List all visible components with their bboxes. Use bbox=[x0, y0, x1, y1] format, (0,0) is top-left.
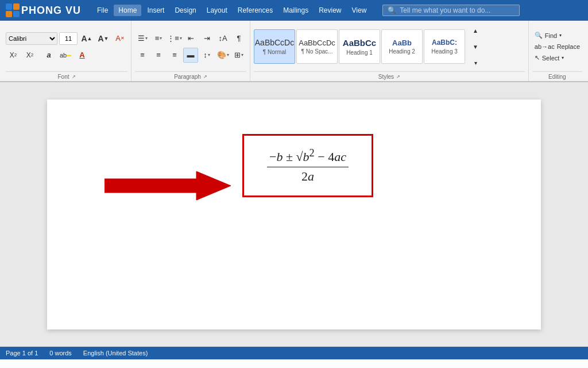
paragraph-section-label: Paragraph ↗ bbox=[135, 71, 246, 80]
font-grow-btn[interactable]: A▲ bbox=[79, 31, 94, 46]
find-btn[interactable]: 🔍 Find ▾ bbox=[532, 30, 564, 40]
align-right-btn[interactable]: ≡ bbox=[167, 48, 182, 63]
borders-btn[interactable]: ⊞▾ bbox=[231, 48, 246, 63]
increase-indent-btn[interactable]: ⇥ bbox=[199, 31, 214, 46]
titlebar-menu: File Home Insert Design Layout Reference… bbox=[92, 5, 371, 16]
find-dropdown[interactable]: ▾ bbox=[559, 33, 562, 38]
style-normal[interactable]: AaBbCcDc ¶ Normal bbox=[254, 29, 295, 64]
styles-scroll-up[interactable]: ▲ bbox=[468, 23, 483, 38]
style-heading1[interactable]: AaBbCc Heading 1 bbox=[339, 29, 380, 64]
editing-section-content: 🔍 Find ▾ ab→ac Replace ↖ Select ▾ bbox=[532, 23, 582, 70]
paragraph-label: Paragraph bbox=[174, 74, 201, 80]
styles-expand-icon[interactable]: ↗ bbox=[396, 74, 400, 79]
font-section-content: Calibri A▲ A▼ A✕ X2 X2 a ab▬ A bbox=[6, 23, 127, 70]
paragraph-section-content: ☰▾ ≡▾ ⋮≡▾ ⇤ ⇥ ↕A ¶ ≡ ≡ ≡ ▬ ↕▾ 🎨▾ ⊞▾ bbox=[135, 23, 246, 70]
superscript-btn[interactable]: X2 bbox=[6, 48, 21, 63]
select-icon: ↖ bbox=[535, 54, 540, 62]
align-justify-btn[interactable]: ▬ bbox=[183, 48, 198, 63]
formula-numerator: −b ± √b2 − 4ac bbox=[267, 147, 349, 167]
shading-btn[interactable]: 🎨▾ bbox=[215, 48, 230, 63]
style-heading2[interactable]: AaBb Heading 2 bbox=[381, 29, 423, 64]
bullets-btn[interactable]: ☰▾ bbox=[135, 31, 150, 46]
styles-section: AaBbCcDc ¶ Normal AaBbCcDc ¶ No Spac... … bbox=[250, 21, 529, 81]
styles-scroll: AaBbCcDc ¶ Normal AaBbCcDc ¶ No Spac... … bbox=[254, 29, 465, 64]
formula-box: −b ± √b2 − 4ac 2a bbox=[242, 134, 373, 197]
styles-scroll-down[interactable]: ▼ bbox=[468, 39, 483, 54]
select-btn[interactable]: ↖ Select ▾ bbox=[532, 53, 567, 63]
logo-sq-1 bbox=[6, 3, 12, 10]
editing-section: 🔍 Find ▾ ab→ac Replace ↖ Select ▾ Editin… bbox=[529, 21, 586, 81]
formula: −b ± √b2 − 4ac 2a bbox=[267, 147, 349, 184]
styles-section-label: Styles ↗ bbox=[254, 71, 525, 80]
select-label: Select bbox=[542, 55, 560, 62]
search-icon2: 🔍 bbox=[535, 32, 543, 39]
editing-section-label: Editing bbox=[532, 71, 582, 80]
fraction: −b ± √b2 − 4ac 2a bbox=[267, 147, 349, 184]
menu-view[interactable]: View bbox=[347, 5, 372, 16]
highlight-btn[interactable]: ab▬ bbox=[58, 48, 73, 63]
font-section-label: Font ↗ bbox=[6, 71, 127, 80]
titlebar: PHONG VU File Home Insert Design Layout … bbox=[0, 0, 588, 21]
statusbar: Page 1 of 1 0 words English (United Stat… bbox=[0, 347, 588, 359]
menu-design[interactable]: Design bbox=[170, 5, 200, 16]
editing-label: Editing bbox=[548, 74, 566, 80]
find-label: Find bbox=[545, 32, 557, 39]
clear-format-btn[interactable]: A✕ bbox=[113, 31, 127, 46]
font-color-A-btn[interactable]: a bbox=[41, 48, 56, 63]
font-section: Calibri A▲ A▼ A✕ X2 X2 a ab▬ A Font bbox=[2, 21, 131, 81]
style-nospace-preview: AaBbCcDc bbox=[299, 39, 335, 48]
font-size-input[interactable] bbox=[59, 32, 78, 45]
replace-icon: ab→ac bbox=[535, 43, 555, 50]
logo-sq-2 bbox=[13, 3, 20, 10]
decrease-indent-btn[interactable]: ⇤ bbox=[183, 31, 198, 46]
numbering-btn[interactable]: ≡▾ bbox=[151, 31, 166, 46]
font-color-btn[interactable]: A bbox=[75, 48, 90, 63]
menu-review[interactable]: Review bbox=[314, 5, 346, 16]
styles-more-btn[interactable]: ▾ bbox=[468, 55, 483, 70]
search-icon: 🔍 bbox=[388, 6, 396, 14]
style-normal-preview: AaBbCcDc bbox=[255, 38, 294, 48]
menu-file[interactable]: File bbox=[92, 5, 113, 16]
formula-container: −b ± √b2 − 4ac 2a bbox=[242, 134, 373, 197]
search-input[interactable] bbox=[400, 6, 514, 14]
style-nospace[interactable]: AaBbCcDc ¶ No Spac... bbox=[296, 29, 338, 64]
logo-sq-4 bbox=[13, 11, 20, 17]
style-heading3[interactable]: AaBbC: Heading 3 bbox=[424, 29, 465, 64]
arrow-container bbox=[105, 168, 231, 205]
word-count: 0 words bbox=[49, 350, 72, 356]
style-h1-name: Heading 1 bbox=[346, 49, 373, 56]
style-h1-preview: AaBbCc bbox=[343, 38, 376, 48]
select-dropdown[interactable]: ▾ bbox=[562, 55, 564, 60]
menu-home[interactable]: Home bbox=[114, 5, 141, 16]
font-label: Font bbox=[57, 74, 69, 80]
font-name-select[interactable]: Calibri bbox=[6, 32, 57, 45]
logo-text: PHONG VU bbox=[21, 5, 81, 17]
style-h3-preview: AaBbC: bbox=[432, 39, 457, 47]
paragraph-expand-icon[interactable]: ↗ bbox=[203, 74, 207, 79]
multilevel-btn[interactable]: ⋮≡▾ bbox=[167, 31, 182, 46]
menu-mailings[interactable]: Mailings bbox=[278, 5, 313, 16]
subscript-btn[interactable]: X2 bbox=[22, 48, 37, 63]
styles-section-content: AaBbCcDc ¶ Normal AaBbCcDc ¶ No Spac... … bbox=[254, 23, 525, 70]
align-center-btn[interactable]: ≡ bbox=[151, 48, 166, 63]
sort-btn[interactable]: ↕A bbox=[215, 31, 230, 46]
menu-layout[interactable]: Layout bbox=[202, 5, 232, 16]
svg-marker-0 bbox=[105, 171, 231, 200]
font-expand-icon[interactable]: ↗ bbox=[72, 74, 76, 79]
menu-insert[interactable]: Insert bbox=[142, 5, 169, 16]
styles-label: Styles bbox=[378, 74, 394, 80]
replace-btn[interactable]: ab→ac Replace bbox=[532, 42, 582, 51]
red-arrow bbox=[105, 168, 231, 203]
search-bar[interactable]: 🔍 bbox=[382, 5, 520, 16]
logo: PHONG VU bbox=[6, 3, 81, 17]
line-spacing-btn[interactable]: ↕▾ bbox=[199, 48, 214, 63]
style-h3-name: Heading 3 bbox=[431, 48, 458, 55]
font-shrink-btn[interactable]: A▼ bbox=[96, 31, 111, 46]
style-normal-name: ¶ Normal bbox=[263, 49, 286, 55]
align-left-btn[interactable]: ≡ bbox=[135, 48, 150, 63]
document-area: −b ± √b2 − 4ac 2a bbox=[0, 82, 588, 347]
menu-references[interactable]: References bbox=[233, 5, 277, 16]
language: English (United States) bbox=[83, 350, 148, 356]
style-h2-preview: AaBb bbox=[392, 39, 412, 48]
show-formatting-btn[interactable]: ¶ bbox=[231, 31, 246, 46]
